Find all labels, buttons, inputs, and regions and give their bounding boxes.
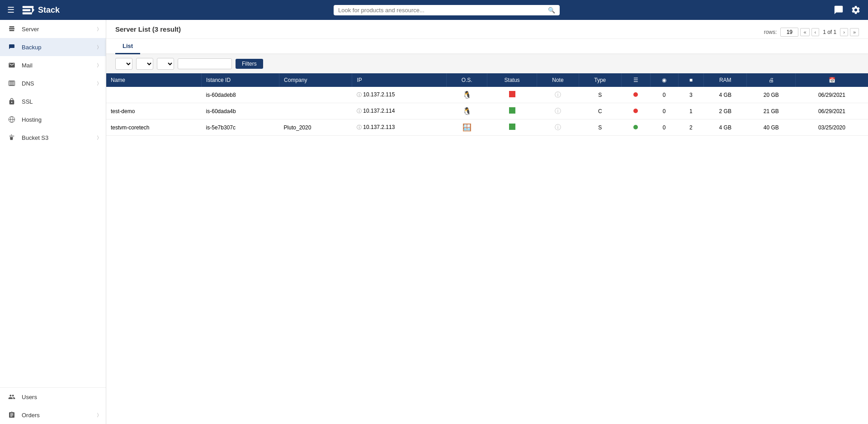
- sidebar-item-orders[interactable]: Orders 〉: [0, 406, 106, 424]
- settings-icon[interactable]: [851, 5, 861, 15]
- cell-col3: 3: [678, 87, 703, 103]
- page-header: Server List (3 result) rows: « ‹ 1 of 1 …: [106, 20, 868, 39]
- cell-status: [487, 119, 537, 136]
- ssl-icon: [7, 98, 16, 105]
- th-status: Status: [487, 73, 537, 87]
- cell-date: 06/29/2021: [796, 87, 868, 103]
- sidebar: Server 〉 Backup 〉 1Backup Acronis Backup…: [0, 20, 106, 424]
- cell-col1: [621, 103, 650, 119]
- last-page-button[interactable]: »: [850, 28, 859, 36]
- cell-instance-id: is-60dada4b: [202, 103, 279, 119]
- first-page-button[interactable]: «: [800, 28, 809, 36]
- orders-arrow-icon: 〉: [97, 412, 99, 418]
- sidebar-item-hosting-label: Hosting: [22, 116, 99, 123]
- cell-name: testvm-coretech: [106, 119, 202, 136]
- cell-col2: 0: [650, 119, 678, 136]
- th-type: Type: [579, 73, 621, 87]
- table-row: test-demo is-60dada4b ⓘ 10.137.2.114 🐧 ⓘ…: [106, 103, 868, 119]
- tab-list[interactable]: List: [115, 39, 140, 54]
- th-date: 📅: [796, 73, 868, 87]
- sidebar-item-server[interactable]: Server 〉: [0, 20, 106, 38]
- table-body: is-60dadeb8 ⓘ 10.137.2.115 🐧 ⓘ S 0 3 4 G…: [106, 87, 868, 136]
- sidebar-item-orders-label: Orders: [22, 412, 97, 419]
- cell-ram: 2 GB: [704, 103, 747, 119]
- cell-col2: 0: [650, 87, 678, 103]
- svg-rect-0: [23, 6, 34, 8]
- content-area: Server List (3 result) rows: « ‹ 1 of 1 …: [106, 20, 868, 424]
- rows-label: rows:: [764, 29, 777, 35]
- sidebar-item-bucket-s3-label: Bucket S3: [22, 134, 97, 141]
- search-input[interactable]: [338, 7, 545, 14]
- server-icon: [7, 25, 16, 33]
- bucket-s3-arrow-icon: 〉: [97, 135, 99, 140]
- cell-ram: 4 GB: [704, 119, 747, 136]
- backup-icon: [7, 43, 16, 51]
- sidebar-item-ssl[interactable]: SSL: [0, 92, 106, 110]
- backup-arrow-icon: 〉: [97, 44, 99, 50]
- logo-text: Stack: [38, 5, 60, 15]
- next-page-button[interactable]: ›: [840, 28, 848, 36]
- th-instance-id: Istance ID: [202, 73, 279, 87]
- table-header-row: Name Istance ID Company IP O.S. Status N…: [106, 73, 868, 87]
- cell-col2: 0: [650, 103, 678, 119]
- page-title: Server List (3 result): [115, 25, 181, 38]
- chat-icon[interactable]: [834, 5, 844, 15]
- cell-note: ⓘ: [537, 103, 579, 119]
- main-content: Server List (3 result) rows: « ‹ 1 of 1 …: [106, 20, 868, 424]
- sidebar-item-mail[interactable]: Mail 〉: [0, 56, 106, 74]
- users-icon: [7, 393, 16, 400]
- header-actions: [834, 5, 861, 15]
- hamburger-button[interactable]: ☰: [7, 5, 14, 15]
- cell-status: [487, 87, 537, 103]
- mail-icon: [7, 62, 16, 69]
- cell-type: S: [579, 119, 621, 136]
- th-col3: ■: [678, 73, 703, 87]
- sidebar-item-backup-label: Backup: [22, 44, 97, 51]
- cell-ip: ⓘ 10.137.2.115: [352, 87, 447, 103]
- th-col2: ◉: [650, 73, 678, 87]
- top-header: ☰ Stack 🔍: [0, 0, 868, 20]
- cell-company: [279, 87, 352, 103]
- th-ram: RAM: [704, 73, 747, 87]
- cell-type: S: [579, 87, 621, 103]
- rows-input[interactable]: [780, 28, 798, 37]
- sidebar-item-hosting[interactable]: Hosting: [0, 110, 106, 129]
- th-disk: 🖨: [747, 73, 796, 87]
- hosting-icon: [7, 116, 16, 123]
- server-arrow-icon: 〉: [97, 26, 99, 32]
- filter-input[interactable]: [178, 58, 232, 69]
- cell-note: ⓘ: [537, 119, 579, 136]
- sidebar-item-users[interactable]: Users: [0, 388, 106, 406]
- filters-row: Filters: [106, 54, 868, 73]
- table-row: testvm-coretech is-5e7b307c Pluto_2020 ⓘ…: [106, 119, 868, 136]
- server-table: Name Istance ID Company IP O.S. Status N…: [106, 73, 868, 136]
- logo-icon: [22, 4, 34, 16]
- sidebar-item-bucket-s3[interactable]: Bucket S3 〉: [0, 129, 106, 147]
- prev-page-button[interactable]: ‹: [811, 28, 820, 36]
- cell-company: [279, 103, 352, 119]
- search-bar[interactable]: 🔍: [334, 5, 560, 15]
- sidebar-item-backup[interactable]: Backup 〉 1Backup Acronis Backup MailArch…: [0, 38, 106, 56]
- sidebar-item-dns[interactable]: DNS 〉: [0, 74, 106, 92]
- sidebar-item-dns-label: DNS: [22, 80, 97, 87]
- sidebar-item-users-label: Users: [22, 394, 99, 400]
- cell-disk: 20 GB: [747, 87, 796, 103]
- filter-select-3[interactable]: [157, 58, 174, 70]
- cell-ram: 4 GB: [704, 87, 747, 103]
- mail-arrow-icon: 〉: [97, 62, 99, 68]
- cell-note: ⓘ: [537, 87, 579, 103]
- th-ip: IP: [352, 73, 447, 87]
- cell-ip: ⓘ 10.137.2.114: [352, 103, 447, 119]
- sidebar-item-ssl-label: SSL: [22, 98, 99, 105]
- cell-company: Pluto_2020: [279, 119, 352, 136]
- filters-button[interactable]: Filters: [236, 59, 263, 69]
- filter-select-2[interactable]: [136, 58, 153, 70]
- th-col1: ☰: [621, 73, 650, 87]
- cell-col3: 2: [678, 119, 703, 136]
- sidebar-item-mail-label: Mail: [22, 62, 97, 69]
- sidebar-item-server-label: Server: [22, 26, 97, 33]
- filter-select-1[interactable]: [115, 58, 132, 70]
- cell-name: test-demo: [106, 103, 202, 119]
- svg-rect-2: [23, 12, 32, 14]
- tabs: List: [106, 39, 868, 54]
